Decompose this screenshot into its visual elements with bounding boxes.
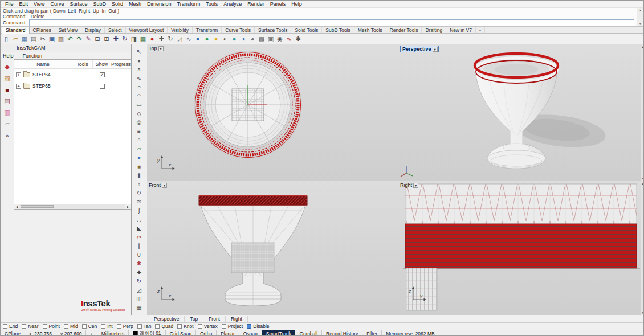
layers-grid-icon[interactable]: ▦ <box>138 34 148 43</box>
chevron-down-icon[interactable]: ▾ <box>158 46 164 51</box>
osnap-checkbox-mid[interactable] <box>64 324 68 329</box>
osnap-checkbox-int[interactable] <box>101 324 105 329</box>
osnap-checkbox-end[interactable] <box>3 324 7 329</box>
osnap-disable[interactable]: Disable <box>247 323 269 329</box>
ellipse-icon[interactable]: ◎ <box>134 118 144 127</box>
settings-gear-icon[interactable]: ✱ <box>294 34 303 43</box>
right-viewport-canvas[interactable]: zy <box>398 181 644 315</box>
rotate-view-icon[interactable]: ↻ <box>120 34 129 43</box>
split-icon[interactable]: ∥ <box>134 241 144 251</box>
new-file-icon[interactable]: ▯ <box>2 34 11 43</box>
osnap-checkbox-disable[interactable] <box>247 324 251 329</box>
cam-report-icon[interactable]: ▥ <box>3 108 11 117</box>
sphere-teal-icon[interactable]: ● <box>230 34 239 43</box>
status-layer[interactable]: 레이어 01 <box>129 330 165 336</box>
scrollbar-thumb[interactable] <box>21 205 54 208</box>
osnap-tan[interactable]: Tan <box>137 323 152 329</box>
viewport-right[interactable]: zy Right ▾ ▲ ▼ <box>398 181 644 315</box>
mirror-icon[interactable]: ◫ <box>134 294 144 304</box>
surface-plane-icon[interactable]: ▱ <box>134 145 144 154</box>
table-horizontal-scrollbar[interactable]: ◀ ▶ <box>14 204 131 209</box>
cam-menu-help[interactable]: Help <box>3 53 14 59</box>
scrollbar-rail[interactable] <box>19 204 125 209</box>
revolve-icon[interactable]: ↻ <box>134 189 144 198</box>
status-units[interactable]: Millimeters <box>97 330 129 336</box>
toolbar-tab-mesh-tools[interactable]: Mesh Tools <box>354 27 386 33</box>
viewport-top[interactable]: yx Top ▾ <box>147 44 398 181</box>
osnap-checkbox-point[interactable] <box>43 324 47 329</box>
menu-transform[interactable]: Transform <box>174 1 203 7</box>
redo-icon[interactable]: ↷ <box>75 34 84 43</box>
copy-icon[interactable]: ▣ <box>47 34 56 43</box>
pan-view-icon[interactable]: ✚ <box>111 34 120 43</box>
table-row[interactable]: STEP64 <box>14 69 131 80</box>
chevron-down-icon[interactable]: ▾ <box>162 183 167 188</box>
cam-folder-icon[interactable]: ▨ <box>3 74 11 83</box>
open-file-icon[interactable]: ▱ <box>11 34 20 43</box>
osnap-quad[interactable]: Quad <box>155 323 173 329</box>
select-brush-icon[interactable]: ✎ <box>84 34 93 43</box>
menu-surface[interactable]: Surface <box>67 1 90 7</box>
show-checkbox[interactable] <box>100 72 105 77</box>
menu-render[interactable]: Render <box>244 1 267 7</box>
undo-icon[interactable]: ↶ <box>66 34 75 43</box>
menu-view[interactable]: View <box>31 1 47 7</box>
zoom-extents-icon[interactable]: ⊞ <box>102 34 111 43</box>
toolbar-tab-new-in-v7[interactable]: New in V7 <box>446 27 476 33</box>
popup-menu-icon[interactable]: ▾ <box>134 56 144 65</box>
move-icon[interactable]: ✚ <box>134 268 144 277</box>
viewport-tab-right[interactable]: Right <box>226 316 248 322</box>
lamp-icon[interactable]: ● <box>211 34 221 43</box>
sweep-icon[interactable]: ∫ <box>134 206 144 215</box>
right-view-scrollbar[interactable]: ▲ ▼ <box>641 181 644 315</box>
scroll-left-icon[interactable]: ◀ <box>14 205 19 208</box>
rectangle-icon[interactable]: ▭ <box>134 100 144 109</box>
scroll-up-icon[interactable]: ▲ <box>639 9 642 12</box>
viewport-perspective[interactable]: Perspective ▾ ▲ ▼ <box>398 44 644 181</box>
chevron-down-icon[interactable]: ▾ <box>413 183 418 188</box>
group-objects-icon[interactable]: ▣ <box>266 34 275 43</box>
polyline-icon[interactable]: ∧ <box>134 65 144 74</box>
cylinder-icon[interactable]: ▮ <box>134 171 144 180</box>
command-input[interactable] <box>29 19 634 26</box>
toolbar-tab-subd-tools[interactable]: SubD Tools <box>322 27 354 33</box>
table-row[interactable]: STEP65 <box>14 80 131 92</box>
scale-tool-icon[interactable]: ◿ <box>175 34 184 43</box>
trim-icon[interactable]: ✂ <box>134 233 144 242</box>
menu-tools[interactable]: Tools <box>203 1 221 7</box>
expand-icon[interactable] <box>16 84 21 89</box>
paste-icon[interactable]: ▥ <box>56 34 66 43</box>
shaded-globe-icon[interactable]: ◐ <box>221 34 230 43</box>
viewport-title[interactable]: Top <box>149 46 157 51</box>
osnap-vertex[interactable]: Vertex <box>198 323 218 329</box>
osnap-mid[interactable]: Mid <box>64 323 78 329</box>
sphere-green-icon[interactable]: ● <box>202 34 211 43</box>
rotate-tool-icon[interactable]: ↻ <box>166 34 175 43</box>
offset-icon[interactable]: ≡ <box>134 127 144 136</box>
osnap-cen[interactable]: Cen <box>82 323 97 329</box>
circle-icon[interactable]: ○ <box>134 83 144 92</box>
loft-icon[interactable]: ≋ <box>134 198 144 207</box>
cam-export-icon[interactable]: ▱ <box>3 120 11 128</box>
zoom-window-icon[interactable]: ⊡ <box>93 34 102 43</box>
curve-point-icon[interactable]: ∿ <box>184 34 193 43</box>
status-z-coordinate[interactable]: z <box>86 330 97 336</box>
osnap-checkbox-tan[interactable] <box>137 324 142 329</box>
status-toggle-record-history[interactable]: Record History <box>322 330 362 336</box>
toolbar-tab-select[interactable]: Select <box>105 27 126 33</box>
render-globe-icon[interactable]: ◑ <box>239 34 248 43</box>
menu-curve[interactable]: Curve <box>47 1 67 7</box>
menu-help[interactable]: Help <box>288 1 305 7</box>
toolbar-tab-curve-tools[interactable]: Curve Tools <box>222 27 255 33</box>
overflow-icon[interactable]: » <box>3 131 11 140</box>
status-cplane[interactable]: CPlane <box>1 330 25 336</box>
top-viewport-canvas[interactable]: yx <box>147 44 398 181</box>
explode-icon[interactable]: ✱ <box>134 259 144 268</box>
visibility-icon[interactable]: ◉ <box>275 34 284 43</box>
texture-map-icon[interactable]: ▩ <box>257 34 266 43</box>
pointer-icon[interactable]: ↖ <box>134 47 144 56</box>
scroll-up-icon[interactable]: ▲ <box>642 45 644 48</box>
command-scrollbar[interactable]: ▲ ▼ <box>637 8 643 26</box>
material-ball-icon[interactable]: ◕ <box>248 34 257 43</box>
osnap-perp[interactable]: Perp <box>117 323 133 329</box>
